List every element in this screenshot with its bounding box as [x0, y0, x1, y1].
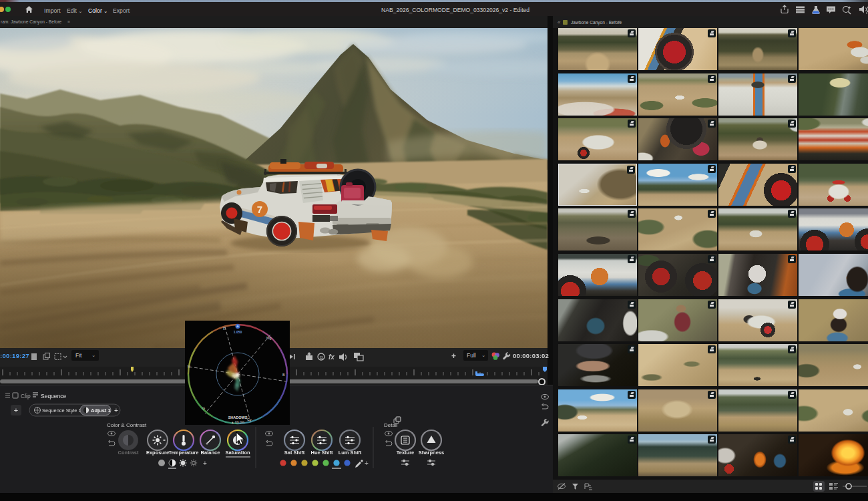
svg-text:+: + [365, 460, 369, 467]
svg-text:G: G [202, 406, 205, 410]
svg-text:Clip: Clip [21, 393, 31, 399]
svg-text:fx: fx [329, 353, 335, 361]
svg-text:q: q [320, 354, 322, 360]
svg-text:7: 7 [257, 204, 262, 215]
svg-text:Mg: Mg [266, 336, 272, 340]
svg-text:+: + [203, 460, 207, 467]
svg-text:Temperature: Temperature [169, 450, 199, 456]
svg-text:R: R [223, 327, 226, 331]
svg-text:Sat Shift: Sat Shift [284, 450, 305, 456]
svg-text:Hue Shift: Hue Shift [311, 450, 333, 456]
svg-text:Lum Shift: Lum Shift [339, 450, 362, 456]
svg-text:Saturation: Saturation [225, 450, 250, 456]
svg-text:Cy: Cy [247, 418, 252, 422]
svg-text:Exposure: Exposure [146, 450, 169, 456]
svg-text:1.050: 1.050 [234, 330, 242, 334]
svg-text:+: + [114, 407, 118, 414]
svg-text:Color & Contrast: Color & Contrast [107, 422, 147, 428]
svg-text:Adjust 1: Adjust 1 [91, 407, 111, 413]
svg-text:Sequence Style 1: Sequence Style 1 [42, 407, 81, 413]
svg-text:Texture: Texture [397, 450, 415, 456]
svg-text:+: + [14, 406, 18, 414]
svg-text:Sharpness: Sharpness [419, 450, 444, 456]
svg-text:Sequence: Sequence [41, 393, 67, 399]
svg-text:SHADOWS: SHADOWS [228, 415, 248, 420]
svg-text:Yl: Yl [187, 365, 190, 369]
svg-text:B: B [282, 373, 285, 377]
svg-text:▲ 69.0%: ▲ 69.0% [231, 420, 245, 424]
svg-text:Balance: Balance [201, 450, 220, 456]
svg-text:Detail: Detail [384, 422, 398, 428]
svg-text:Contrast: Contrast [118, 450, 139, 456]
